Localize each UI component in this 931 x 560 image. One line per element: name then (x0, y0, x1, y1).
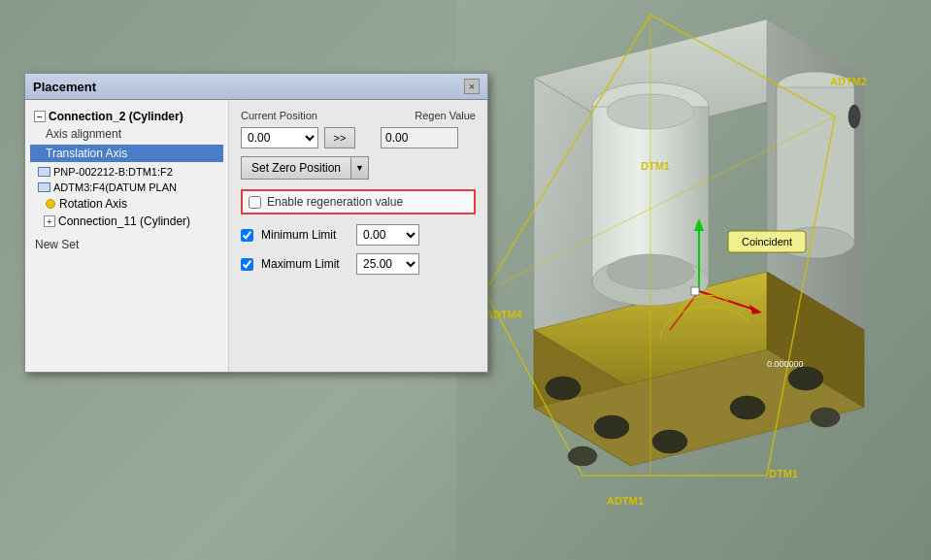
max-limit-select[interactable]: 25.00 (356, 253, 419, 275)
connection11-item[interactable]: + Connection_11 (Cylinder) (30, 213, 223, 230)
rotation-axis-item[interactable]: Rotation Axis (30, 195, 223, 213)
svg-point-26 (568, 446, 597, 466)
set-zero-button[interactable]: Set Zero Position (241, 156, 351, 180)
svg-text:ADTM2: ADTM2 (830, 76, 867, 87)
rotation-axis-label: Rotation Axis (59, 197, 127, 211)
enable-regen-checkbox[interactable] (249, 196, 261, 209)
dialog-titlebar: Placement × (25, 74, 487, 100)
sub-item-label-2: ADTM3:F4(DATUM PLAN (53, 181, 177, 193)
plane-icon-2 (38, 182, 50, 192)
regen-value-input[interactable] (381, 127, 458, 148)
svg-point-17 (848, 105, 860, 128)
svg-point-25 (788, 367, 823, 390)
svg-text:ADTM1: ADTM1 (607, 495, 644, 507)
model-svg: Coincident ADTM2 DTM1 ADTM4 DTM1 ADTM1 0… (456, 0, 931, 560)
sub-item-1[interactable]: PNP-002212-B:DTM1:F2 (30, 164, 223, 180)
svg-text:ADTM4: ADTM4 (485, 309, 523, 320)
set-zero-dropdown-arrow[interactable]: ▼ (351, 156, 369, 180)
header-row: Current Position Regen Value (241, 110, 476, 121)
axis-alignment-label: Axis alignment (30, 125, 223, 143)
max-limit-checkbox[interactable] (241, 258, 253, 271)
placement-dialog: Placement × − Connection_2 (Cylinder) Ax… (24, 73, 488, 373)
translation-axis-item[interactable]: Translation Axis (30, 145, 223, 162)
min-limit-select[interactable]: 0.00 (356, 224, 419, 246)
left-panel: − Connection_2 (Cylinder) Axis alignment… (25, 100, 229, 372)
svg-text:Coincident: Coincident (742, 236, 792, 247)
max-limit-label: Maximum Limit (261, 257, 349, 271)
svg-point-22 (594, 415, 629, 439)
tree-root-item[interactable]: − Connection_2 (Cylinder) (30, 108, 223, 125)
connection11-label: Connection_11 (Cylinder) (58, 214, 190, 228)
rotation-axis-icon (46, 199, 55, 209)
tree-expand-icon[interactable]: − (34, 111, 46, 122)
sub-item-label-1: PNP-002212-B:DTM1:F2 (53, 166, 173, 178)
right-panel: Current Position Regen Value 0.00 >> Set… (229, 100, 487, 372)
enable-regen-row: Enable regeneration value (241, 189, 476, 214)
svg-point-27 (811, 408, 840, 427)
enable-regen-label: Enable regeneration value (267, 195, 403, 209)
value-input-row: 0.00 >> (241, 127, 476, 148)
close-button[interactable]: × (464, 79, 480, 94)
dialog-body: − Connection_2 (Cylinder) Axis alignment… (25, 100, 487, 372)
min-limit-row: Minimum Limit 0.00 (241, 224, 476, 246)
svg-text:DTM1: DTM1 (641, 160, 670, 172)
svg-point-21 (546, 377, 581, 400)
root-item-label: Connection_2 (Cylinder) (49, 110, 183, 123)
current-value-select[interactable]: 0.00 (241, 127, 318, 148)
svg-rect-33 (691, 287, 699, 295)
current-position-label: Current Position (241, 110, 317, 121)
svg-text:0.000000: 0.000000 (767, 359, 804, 369)
arrow-button[interactable]: >> (324, 127, 355, 148)
min-limit-label: Minimum Limit (261, 228, 349, 242)
max-limit-row: Maximum Limit 25.00 (241, 253, 476, 275)
set-zero-row: Set Zero Position ▼ (241, 156, 476, 180)
new-set-item[interactable]: New Set (30, 230, 223, 255)
min-limit-checkbox[interactable] (241, 229, 253, 242)
svg-point-23 (652, 430, 687, 453)
plane-icon-1 (38, 167, 50, 177)
svg-point-24 (730, 396, 765, 419)
connection11-expand-icon[interactable]: + (44, 215, 55, 227)
svg-text:DTM1: DTM1 (769, 468, 798, 479)
sub-item-2[interactable]: ADTM3:F4(DATUM PLAN (30, 180, 223, 195)
regen-value-label: Regen Value (415, 110, 476, 121)
dialog-title: Placement (33, 80, 96, 94)
